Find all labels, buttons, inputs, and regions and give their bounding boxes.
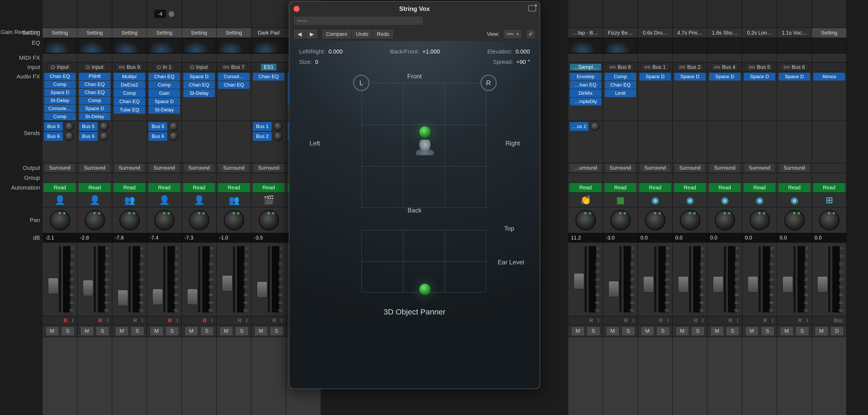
fx-slot[interactable]: Space D bbox=[779, 73, 810, 81]
pan-knob[interactable] bbox=[85, 210, 105, 230]
channel-icon[interactable]: ◉ bbox=[721, 195, 729, 205]
preset-dropdown[interactable]: Manual ⌄ bbox=[293, 16, 423, 26]
setting-button[interactable]: Setting bbox=[112, 28, 147, 38]
fx-slot[interactable]: Space D bbox=[640, 73, 671, 81]
pan-knob[interactable] bbox=[154, 210, 175, 230]
fx-slot[interactable]: St-Delay bbox=[79, 113, 111, 120]
send-knob[interactable] bbox=[274, 132, 283, 141]
setting-button[interactable]: 0.2s Lon… bbox=[742, 28, 777, 38]
mute-button[interactable]: M bbox=[571, 326, 585, 336]
db-readout[interactable]: -7.8 bbox=[112, 233, 147, 243]
eq-thumbnail[interactable] bbox=[44, 38, 75, 53]
record-enable[interactable]: R bbox=[98, 318, 102, 324]
pan-knob[interactable] bbox=[610, 210, 630, 230]
close-button[interactable] bbox=[293, 6, 300, 12]
fader-cap[interactable] bbox=[817, 276, 828, 292]
solo-button[interactable]: S bbox=[200, 326, 214, 336]
channel-icon[interactable]: ◉ bbox=[686, 195, 694, 205]
setting-button[interactable]: 1.6s Sho… bbox=[708, 28, 742, 38]
pan-knob[interactable] bbox=[576, 210, 596, 230]
record-enable[interactable]: R bbox=[133, 318, 137, 324]
compare-button[interactable]: Compare bbox=[322, 29, 352, 39]
solo-button[interactable]: S bbox=[587, 326, 600, 336]
setting-button[interactable]: Dark Pad bbox=[251, 28, 286, 38]
fader-cap[interactable] bbox=[782, 276, 793, 292]
record-enable[interactable]: R bbox=[763, 318, 767, 324]
db-readout[interactable]: -2.1 bbox=[42, 233, 77, 243]
eq-thumbnail[interactable] bbox=[604, 38, 636, 53]
input-meter-knob[interactable] bbox=[168, 11, 174, 17]
eq-thumbnail[interactable] bbox=[79, 38, 111, 53]
db-readout[interactable]: 0.0 bbox=[673, 233, 707, 243]
input-slot[interactable]: Input bbox=[83, 63, 106, 71]
channel-icon[interactable]: 👤 bbox=[89, 195, 100, 205]
solo-button[interactable]: S bbox=[165, 326, 179, 336]
mute-button[interactable]: M bbox=[745, 326, 758, 336]
fx-slot[interactable]: DeEss2 bbox=[114, 81, 145, 89]
fx-slot[interactable]: Chan EQ bbox=[604, 81, 636, 89]
fx-slot[interactable]: Chan EQ bbox=[253, 73, 284, 81]
fx-slot[interactable]: Space D bbox=[44, 89, 75, 96]
fx-slot[interactable]: Limit bbox=[604, 89, 636, 97]
setting-button[interactable]: Setting bbox=[147, 28, 182, 38]
output-slot[interactable]: Surround bbox=[745, 164, 774, 172]
mute-button[interactable]: M bbox=[185, 326, 198, 336]
db-readout[interactable]: -7.3 bbox=[182, 233, 216, 243]
fader-cap[interactable] bbox=[187, 289, 198, 305]
automation-mode[interactable]: Read bbox=[640, 183, 671, 192]
db-readout[interactable]: 11.2 bbox=[568, 233, 603, 243]
solo-button[interactable]: S bbox=[656, 326, 670, 336]
input-monitor[interactable]: I bbox=[281, 318, 282, 324]
setting-button[interactable]: Setting bbox=[217, 28, 251, 38]
plugin-window[interactable]: String Vox Manual ⌄ ◀ ▶ Compare Undo Red… bbox=[289, 1, 540, 389]
fader-cap[interactable] bbox=[713, 276, 723, 292]
send-slot[interactable]: Bus 5 bbox=[44, 122, 63, 131]
record-enable[interactable]: R bbox=[728, 318, 732, 324]
record-enable[interactable]: R bbox=[203, 318, 207, 324]
fader-cap[interactable] bbox=[48, 278, 58, 294]
send-knob[interactable] bbox=[591, 122, 599, 131]
channel-icon[interactable]: 👤 bbox=[194, 195, 205, 205]
fader-cap[interactable] bbox=[222, 275, 232, 291]
fx-slot[interactable]: Chan EQ bbox=[114, 98, 145, 105]
db-readout[interactable]: -3.0 bbox=[603, 233, 638, 243]
fader-cap[interactable] bbox=[643, 276, 654, 292]
fx-slot[interactable]: Chan EQ bbox=[218, 81, 250, 89]
automation-mode[interactable]: Read bbox=[674, 183, 706, 192]
eq-thumbnail[interactable] bbox=[183, 38, 215, 53]
fx-slot[interactable]: Comp bbox=[44, 113, 75, 120]
mute-button[interactable]: M bbox=[45, 326, 59, 336]
automation-mode[interactable]: Read bbox=[183, 183, 215, 192]
eq-thumbnail[interactable] bbox=[149, 38, 180, 53]
send-knob[interactable] bbox=[100, 132, 108, 141]
record-enable[interactable]: R bbox=[64, 318, 67, 324]
pan-knob[interactable] bbox=[189, 210, 209, 230]
pan-knob[interactable] bbox=[224, 210, 244, 230]
input-monitor[interactable]: I bbox=[772, 318, 773, 324]
setting-button[interactable]: Fizzy Be… bbox=[603, 28, 638, 38]
automation-mode[interactable]: Read bbox=[149, 183, 180, 192]
solo-button[interactable]: S bbox=[235, 326, 249, 336]
eq-thumbnail[interactable] bbox=[114, 38, 145, 53]
channel-icon[interactable]: ◉ bbox=[790, 195, 798, 205]
input-slot[interactable]: Input bbox=[48, 63, 72, 71]
fx-slot[interactable]: Chan EQ bbox=[183, 81, 215, 89]
fx-slot[interactable]: …mpleDly bbox=[570, 98, 601, 105]
pan-knob[interactable] bbox=[680, 210, 700, 230]
fx-slot[interactable]: Chan EQ bbox=[79, 81, 111, 88]
input-slot[interactable]: …Sampl… bbox=[569, 63, 601, 71]
channel-icon[interactable]: ▦ bbox=[616, 195, 625, 205]
el-value[interactable]: 0.000 bbox=[516, 48, 530, 55]
channel-icon[interactable]: ◉ bbox=[651, 195, 659, 205]
input-monitor[interactable]: I bbox=[737, 318, 738, 324]
record-enable[interactable]: R bbox=[589, 318, 593, 324]
mute-button[interactable]: M bbox=[676, 326, 689, 336]
db-readout[interactable]: -7.4 bbox=[147, 233, 182, 243]
fx-slot[interactable]: St-Delay bbox=[149, 106, 180, 114]
fader-cap[interactable] bbox=[152, 289, 163, 305]
send-slot[interactable]: Bus 6 bbox=[44, 132, 63, 141]
bf-value[interactable]: +1.000 bbox=[422, 48, 440, 55]
fx-slot[interactable]: Gain bbox=[149, 89, 180, 97]
setting-button[interactable]: 1.1s Voc… bbox=[777, 28, 812, 38]
fx-slot[interactable]: Space D bbox=[709, 73, 741, 81]
